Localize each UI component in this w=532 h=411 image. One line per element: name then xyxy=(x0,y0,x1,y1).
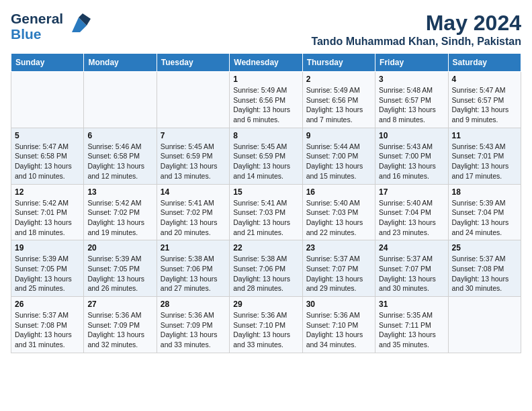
week-row-3: 12Sunrise: 5:42 AM Sunset: 7:01 PM Dayli… xyxy=(11,184,521,240)
page-subtitle: Tando Muhammad Khan, Sindh, Pakistan xyxy=(311,36,521,48)
day-info: Sunrise: 5:39 AM Sunset: 7:05 PM Dayligh… xyxy=(15,254,80,293)
day-cell: 5Sunrise: 5:47 AM Sunset: 6:58 PM Daylig… xyxy=(11,128,84,184)
day-info: Sunrise: 5:42 AM Sunset: 7:01 PM Dayligh… xyxy=(15,198,80,238)
day-cell: 14Sunrise: 5:41 AM Sunset: 7:02 PM Dayli… xyxy=(157,184,229,240)
day-number: 15 xyxy=(233,187,298,197)
day-cell: 22Sunrise: 5:38 AM Sunset: 7:06 PM Dayli… xyxy=(230,240,302,297)
day-cell: 2Sunrise: 5:49 AM Sunset: 6:56 PM Daylig… xyxy=(302,72,375,128)
day-cell: 12Sunrise: 5:42 AM Sunset: 7:01 PM Dayli… xyxy=(11,184,84,240)
day-number: 4 xyxy=(452,75,517,84)
day-number: 11 xyxy=(452,131,517,140)
day-cell: 25Sunrise: 5:37 AM Sunset: 7:08 PM Dayli… xyxy=(448,240,521,297)
day-info: Sunrise: 5:37 AM Sunset: 7:07 PM Dayligh… xyxy=(306,254,371,293)
day-number: 31 xyxy=(379,300,444,309)
day-cell: 1Sunrise: 5:49 AM Sunset: 6:56 PM Daylig… xyxy=(230,72,302,128)
day-number: 6 xyxy=(87,131,152,140)
day-info: Sunrise: 5:37 AM Sunset: 7:07 PM Dayligh… xyxy=(379,254,444,293)
day-info: Sunrise: 5:45 AM Sunset: 6:59 PM Dayligh… xyxy=(233,142,298,181)
day-info: Sunrise: 5:36 AM Sunset: 7:10 PM Dayligh… xyxy=(306,310,371,350)
logo: General Blue xyxy=(11,11,91,42)
day-cell: 17Sunrise: 5:40 AM Sunset: 7:04 PM Dayli… xyxy=(375,184,448,240)
day-info: Sunrise: 5:49 AM Sunset: 6:56 PM Dayligh… xyxy=(233,85,298,125)
day-number: 5 xyxy=(15,131,80,140)
day-number: 29 xyxy=(233,300,298,309)
day-cell: 10Sunrise: 5:43 AM Sunset: 7:00 PM Dayli… xyxy=(375,128,448,184)
day-cell: 27Sunrise: 5:36 AM Sunset: 7:09 PM Dayli… xyxy=(84,297,157,353)
week-row-4: 19Sunrise: 5:39 AM Sunset: 7:05 PM Dayli… xyxy=(11,240,521,297)
col-header-friday: Friday xyxy=(375,54,448,72)
day-cell: 21Sunrise: 5:38 AM Sunset: 7:06 PM Dayli… xyxy=(157,240,229,297)
day-info: Sunrise: 5:39 AM Sunset: 7:04 PM Dayligh… xyxy=(452,198,517,238)
page-title: May 2024 xyxy=(311,11,521,36)
col-header-sunday: Sunday xyxy=(11,54,84,72)
day-cell: 7Sunrise: 5:45 AM Sunset: 6:59 PM Daylig… xyxy=(157,128,229,184)
day-number: 9 xyxy=(306,131,371,140)
day-info: Sunrise: 5:41 AM Sunset: 7:02 PM Dayligh… xyxy=(161,198,226,238)
day-number: 22 xyxy=(233,243,298,253)
day-cell: 9Sunrise: 5:44 AM Sunset: 7:00 PM Daylig… xyxy=(302,128,375,184)
day-cell: 15Sunrise: 5:41 AM Sunset: 7:03 PM Dayli… xyxy=(230,184,302,240)
day-info: Sunrise: 5:47 AM Sunset: 6:57 PM Dayligh… xyxy=(452,85,517,125)
day-number: 3 xyxy=(379,75,444,84)
day-info: Sunrise: 5:39 AM Sunset: 7:05 PM Dayligh… xyxy=(87,254,152,293)
day-info: Sunrise: 5:36 AM Sunset: 7:09 PM Dayligh… xyxy=(87,310,152,350)
day-number: 26 xyxy=(15,300,80,309)
logo-general: General xyxy=(11,11,63,26)
logo-blue: Blue xyxy=(11,26,63,42)
day-cell: 29Sunrise: 5:36 AM Sunset: 7:10 PM Dayli… xyxy=(230,297,302,353)
day-number: 7 xyxy=(161,131,226,140)
day-number: 24 xyxy=(379,243,444,253)
week-row-5: 26Sunrise: 5:37 AM Sunset: 7:08 PM Dayli… xyxy=(11,297,521,353)
day-number: 18 xyxy=(452,187,517,197)
col-header-monday: Monday xyxy=(84,54,157,72)
day-number: 1 xyxy=(233,75,298,84)
col-header-tuesday: Tuesday xyxy=(157,54,229,72)
day-info: Sunrise: 5:45 AM Sunset: 6:59 PM Dayligh… xyxy=(161,142,226,181)
day-number: 17 xyxy=(379,187,444,197)
day-info: Sunrise: 5:36 AM Sunset: 7:09 PM Dayligh… xyxy=(161,310,226,350)
day-number: 14 xyxy=(161,187,226,197)
day-number: 21 xyxy=(161,243,226,253)
day-cell: 20Sunrise: 5:39 AM Sunset: 7:05 PM Dayli… xyxy=(84,240,157,297)
header-row: SundayMondayTuesdayWednesdayThursdayFrid… xyxy=(11,54,521,72)
day-info: Sunrise: 5:36 AM Sunset: 7:10 PM Dayligh… xyxy=(233,310,298,350)
day-cell: 30Sunrise: 5:36 AM Sunset: 7:10 PM Dayli… xyxy=(302,297,375,353)
day-cell xyxy=(448,297,521,353)
day-cell: 19Sunrise: 5:39 AM Sunset: 7:05 PM Dayli… xyxy=(11,240,84,297)
day-info: Sunrise: 5:44 AM Sunset: 7:00 PM Dayligh… xyxy=(306,142,371,181)
day-cell xyxy=(11,72,84,128)
week-row-1: 1Sunrise: 5:49 AM Sunset: 6:56 PM Daylig… xyxy=(11,72,521,128)
day-cell: 24Sunrise: 5:37 AM Sunset: 7:07 PM Dayli… xyxy=(375,240,448,297)
day-cell: 18Sunrise: 5:39 AM Sunset: 7:04 PM Dayli… xyxy=(448,184,521,240)
day-info: Sunrise: 5:47 AM Sunset: 6:58 PM Dayligh… xyxy=(15,142,80,181)
day-number: 20 xyxy=(87,243,152,253)
day-cell xyxy=(84,72,157,128)
calendar-table: SundayMondayTuesdayWednesdayThursdayFrid… xyxy=(11,53,521,353)
day-number: 28 xyxy=(161,300,226,309)
day-number: 10 xyxy=(379,131,444,140)
col-header-saturday: Saturday xyxy=(448,54,521,72)
col-header-thursday: Thursday xyxy=(302,54,375,72)
day-cell: 8Sunrise: 5:45 AM Sunset: 6:59 PM Daylig… xyxy=(230,128,302,184)
logo-icon xyxy=(65,12,91,38)
day-info: Sunrise: 5:46 AM Sunset: 6:58 PM Dayligh… xyxy=(87,142,152,181)
week-row-2: 5Sunrise: 5:47 AM Sunset: 6:58 PM Daylig… xyxy=(11,128,521,184)
day-number: 16 xyxy=(306,187,371,197)
day-info: Sunrise: 5:40 AM Sunset: 7:04 PM Dayligh… xyxy=(379,198,444,238)
day-info: Sunrise: 5:48 AM Sunset: 6:57 PM Dayligh… xyxy=(379,85,444,125)
day-cell: 3Sunrise: 5:48 AM Sunset: 6:57 PM Daylig… xyxy=(375,72,448,128)
day-cell: 16Sunrise: 5:40 AM Sunset: 7:03 PM Dayli… xyxy=(302,184,375,240)
day-number: 13 xyxy=(87,187,152,197)
day-info: Sunrise: 5:37 AM Sunset: 7:08 PM Dayligh… xyxy=(452,254,517,293)
day-info: Sunrise: 5:43 AM Sunset: 7:00 PM Dayligh… xyxy=(379,142,444,181)
day-info: Sunrise: 5:38 AM Sunset: 7:06 PM Dayligh… xyxy=(161,254,226,293)
day-number: 25 xyxy=(452,243,517,253)
title-block: May 2024 Tando Muhammad Khan, Sindh, Pak… xyxy=(311,11,521,48)
day-cell xyxy=(157,72,229,128)
day-number: 2 xyxy=(306,75,371,84)
day-cell: 4Sunrise: 5:47 AM Sunset: 6:57 PM Daylig… xyxy=(448,72,521,128)
day-number: 19 xyxy=(15,243,80,253)
day-info: Sunrise: 5:49 AM Sunset: 6:56 PM Dayligh… xyxy=(306,85,371,125)
day-cell: 31Sunrise: 5:35 AM Sunset: 7:11 PM Dayli… xyxy=(375,297,448,353)
day-info: Sunrise: 5:42 AM Sunset: 7:02 PM Dayligh… xyxy=(87,198,152,238)
